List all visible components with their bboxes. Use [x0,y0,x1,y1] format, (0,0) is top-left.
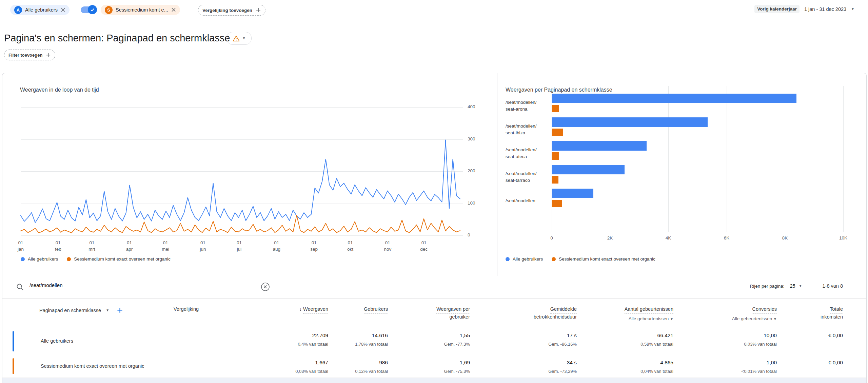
metric-subvalue: Gem. -73,29% [548,369,577,374]
event-filter-dropdown[interactable]: Alle gebeurtenissen ▼ [625,316,673,321]
legend-item: Alle gebruikers [506,256,543,262]
metric-subvalue: Gem. -75,3% [444,369,470,374]
comparison-header-label: Vergelijking [174,306,199,312]
column-header-totale-inkomsten[interactable]: Totaleinkomsten [821,306,843,321]
y-axis-label: 0 [468,232,470,237]
comparison-bar: A Alle gebruikers S Sessiemedium komt e.… [0,0,868,19]
search-input[interactable] [29,282,247,288]
x-axis-label: 01 [85,240,99,245]
metric-subvalue: 0,4% van totaal [298,342,328,347]
metric-cell: 34 sGem. -73,29% [548,360,577,374]
add-comparison-label: Vergelijking toevoegen [202,8,252,13]
gridline [843,86,844,232]
metric-cell: 66.4210,58% van totaal [640,332,673,347]
bar-chart-title: Weergaven per Paginapad en schermklasse [506,87,612,93]
date-range-text: 1 jan - 31 dec 2023 [804,6,846,12]
x-axis-label: 01 [122,240,136,245]
metric-value: 66.421 [640,332,673,339]
metric-value: 22.709 [298,332,328,339]
rows-per-page-select[interactable]: 25▼ [790,283,802,289]
metric-cell: 1,69Gem. -75,3% [444,360,470,374]
x-axis-label: 01 [196,240,210,245]
bar-category-label: /seat/modellen/seat-ateca [506,147,550,160]
line-series-comparison [21,215,460,233]
line-chart-title: Weergaven in de loop van de tijd [20,87,99,93]
add-dimension-icon[interactable] [117,307,123,313]
table-row: Sessiemedium komt exact overeen met orga… [2,355,866,378]
close-icon[interactable] [61,7,65,12]
metric-subvalue: 1,78% van totaal [355,342,388,347]
x-axis-label: dec [417,247,431,252]
metric-value: 1.667 [295,360,328,366]
date-range-picker[interactable]: Vorig kalenderjaar 1 jan - 31 dec 2023 ▼ [754,5,854,13]
bar-comparison [552,200,562,207]
column-header-aantalgebeurtenissen[interactable]: Aantal gebeurtenissenAlle gebeurtenissen… [625,306,673,321]
metric-cell: 22.7090,4% van totaal [298,332,328,347]
metric-value: 1,00 [742,360,777,366]
x-axis-label: okt [343,247,357,252]
metric-subvalue: Gem. -77,3% [444,342,470,347]
x-axis-label: mei [159,247,172,252]
chevron-down-icon: ▼ [851,7,854,11]
metric-value: 1,69 [444,360,470,366]
metric-cell: 17 sGem. -86,16% [548,332,577,347]
bar-comparison [552,129,563,136]
bar-category-label: /seat/modellen [506,197,550,204]
all-users-chip[interactable]: A Alle gebruikers [10,5,70,15]
add-comparison-button[interactable]: Vergelijking toevoegen [198,5,265,16]
y-axis-label: 400 [468,104,475,109]
dimension-header[interactable]: Paginapad en schermklasse ▼ [39,307,123,313]
bar-category-label: /seat/modellen/seat-ibiza [506,123,550,136]
data-quality-button[interactable]: ▼ [226,32,252,45]
table-column-divider [294,298,294,383]
chevron-down-icon: ▼ [773,317,777,321]
x-axis-label: 01 [417,240,431,245]
x-axis-label: 8K [778,235,792,241]
all-users-avatar: A [14,6,22,14]
table-row: Alle gebruikers22.7090,4% van totaal14.6… [2,328,866,355]
y-axis-label: 200 [468,168,475,173]
table-row-partial [2,378,866,383]
metric-cell: 4.8650,04% van totaal [640,360,673,374]
x-axis-label: jun [196,247,210,252]
event-filter-dropdown[interactable]: Alle gebeurtenissen ▼ [732,316,777,321]
metric-subvalue: 0,03% van totaal [744,342,777,347]
clear-search-icon[interactable] [261,282,270,291]
column-header-weergaven[interactable]: ↓ Weergaven [299,306,328,313]
warning-icon [233,35,240,42]
bar-comparison [552,152,559,160]
comparison-toggle[interactable] [81,6,96,14]
toggle-thumb [88,5,97,14]
comparison-chip[interactable]: S Sessiemedium komt e... [101,5,180,15]
x-axis-label: aug [270,247,283,252]
x-axis-label: 2K [603,235,617,241]
legend-item: Alle gebruikers [21,256,58,262]
metric-cell: € 0,00 [828,360,843,366]
x-axis-label: 01 [270,240,283,245]
metric-value: € 0,00 [828,360,843,366]
chevron-down-icon[interactable]: ▼ [106,309,109,312]
chevron-down-icon: ▼ [799,284,802,288]
add-filter-button[interactable]: Filter toevoegen [4,50,55,60]
bar-comparison [552,105,559,112]
close-icon[interactable] [171,7,176,12]
column-header-weergavenper-gebruiker[interactable]: Weergaven pergebruiker [436,306,470,321]
legend-dot-icon [552,257,556,261]
comparison-color-bar [13,358,14,374]
metric-cell: 10,000,03% van totaal [744,332,777,347]
chart-legend: Alle gebruikersSessiemedium komt exact o… [21,256,171,262]
metric-subvalue: 0,03% van totaal [295,369,328,374]
column-header-conversies[interactable]: ConversiesAlle gebeurtenissen ▼ [732,306,777,321]
column-header-gemiddelde-betrokkenheidsduur[interactable]: Gemiddeldebetrokkenheidsduur [534,306,577,321]
chart-legend: Alle gebruikersSessiemedium komt exact o… [506,256,655,262]
legend-dot-icon [506,257,510,261]
chevron-down-icon: ▼ [670,317,673,321]
metric-cell: € 0,00 [828,332,843,339]
report-card: Weergaven in de loop van de tijd Weergav… [2,73,867,383]
x-axis-label: 01 [159,240,172,245]
table-header-row: Paginapad en schermklasse ▼ Vergelijking… [2,298,866,328]
analytics-report-page: A Alle gebruikers S Sessiemedium komt e.… [0,0,868,383]
panel-divider [497,73,497,276]
column-header-gebruikers[interactable]: Gebruikers [364,306,388,313]
x-axis-label: apr [122,247,136,252]
